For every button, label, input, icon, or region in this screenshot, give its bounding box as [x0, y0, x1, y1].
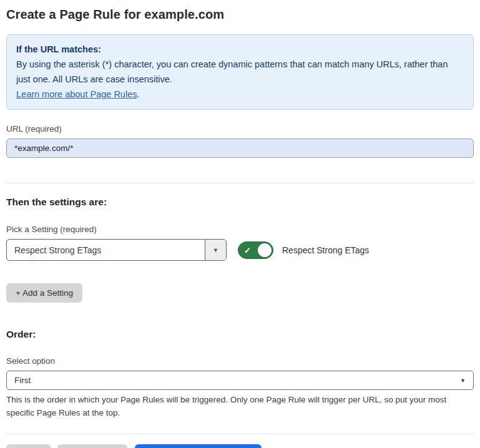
create-page-rule-panel: Create a Page Rule for example.com If th… [0, 0, 480, 448]
chevron-down-icon: ▼ [460, 377, 466, 384]
order-section-heading: Order: [6, 328, 474, 340]
cancel-button[interactable]: Cancel [6, 444, 51, 448]
page-title: Create a Page Rule for example.com [6, 6, 474, 22]
order-select-value: First [14, 376, 31, 385]
footer-divider [6, 434, 474, 434]
check-icon: ✓ [244, 246, 251, 254]
footer-button-row: Cancel Save as Draft Save and Deploy Pag… [6, 444, 474, 448]
order-select[interactable]: First ▼ [6, 371, 474, 390]
settings-section-heading: Then the settings are: [6, 196, 474, 208]
setting-dropdown[interactable]: Respect Strong ETags ▼ [6, 239, 227, 261]
url-input[interactable] [6, 139, 474, 158]
toggle-knob [258, 243, 272, 257]
toggle-label: Respect Strong ETags [282, 245, 369, 255]
learn-more-link[interactable]: Learn more about Page Rules [16, 89, 137, 99]
info-box-heading: If the URL matches: [16, 42, 464, 57]
setting-toggle[interactable]: ✓ [238, 241, 273, 259]
url-match-info-box: If the URL matches: By using the asteris… [6, 34, 474, 110]
order-select-label: Select option [6, 356, 474, 366]
add-setting-button[interactable]: + Add a Setting [6, 283, 82, 303]
chevron-down-icon[interactable]: ▼ [205, 240, 226, 260]
save-deploy-button[interactable]: Save and Deploy Page Rule [135, 444, 262, 448]
setting-row: Respect Strong ETags ▼ ✓ Respect Strong … [6, 239, 474, 261]
url-field-label: URL (required) [6, 124, 474, 134]
pick-setting-label: Pick a Setting (required) [6, 225, 474, 235]
order-help-text: This is the order in which your Page Rul… [6, 393, 471, 419]
section-divider [6, 183, 474, 183]
save-draft-button[interactable]: Save as Draft [57, 444, 127, 448]
setting-dropdown-value: Respect Strong ETags [7, 240, 205, 260]
link-suffix: . [137, 89, 139, 99]
info-box-body: By using the asterisk (*) character, you… [16, 57, 464, 87]
info-box-link-line: Learn more about Page Rules. [16, 87, 464, 102]
